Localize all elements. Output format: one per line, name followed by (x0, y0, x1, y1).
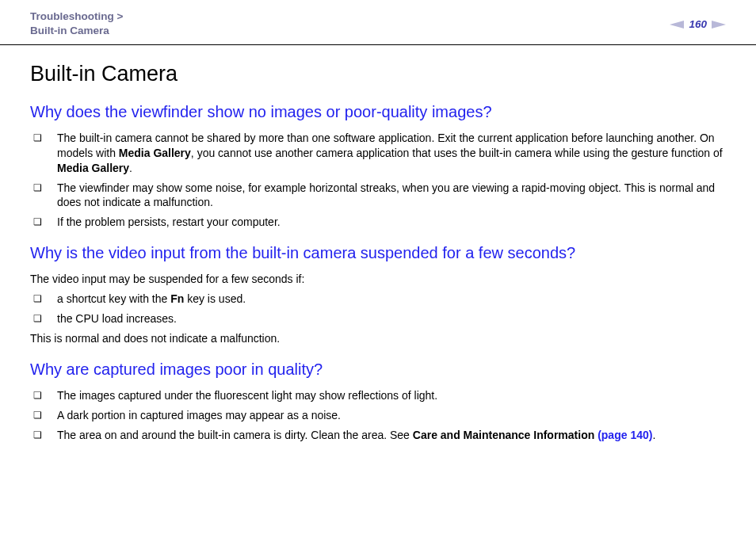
section-heading: Why does the viewfinder show no images o… (30, 101, 726, 123)
svg-marker-0 (670, 21, 684, 29)
list-item: the CPU load increases. (48, 311, 726, 326)
list-item: A dark portion in captured images may ap… (48, 408, 726, 423)
list-item: If the problem persists, restart your co… (48, 215, 726, 230)
bullet-list: a shortcut key with the Fn key is used. … (30, 292, 726, 326)
bullet-list: The images captured under the fluorescen… (30, 388, 726, 443)
list-item: The viewfinder may show some noise, for … (48, 181, 726, 211)
page-header: Troubleshooting > Built-in Camera 160 (0, 0, 756, 45)
list-item: The area on and around the built-in came… (48, 428, 726, 443)
list-item: a shortcut key with the Fn key is used. (48, 292, 726, 307)
breadcrumb: Troubleshooting > Built-in Camera (30, 10, 123, 38)
bullet-list: The built-in camera cannot be shared by … (30, 131, 726, 230)
section-heading: Why are captured images poor in quality? (30, 359, 726, 380)
page-link[interactable]: (page 140) (598, 429, 652, 441)
prev-page-arrow-icon[interactable] (670, 21, 684, 29)
paragraph: This is normal and does not indicate a m… (30, 331, 726, 346)
page-number: 160 (689, 17, 707, 32)
breadcrumb-separator: > (117, 10, 124, 22)
page-title: Built-in Camera (30, 59, 726, 88)
next-page-arrow-icon[interactable] (712, 21, 726, 29)
page-number-nav: 160 (670, 17, 726, 32)
page-content: Built-in Camera Why does the viewfinder … (0, 45, 756, 442)
paragraph: The video input may be suspended for a f… (30, 272, 726, 287)
breadcrumb-page: Built-in Camera (30, 25, 109, 36)
section-heading: Why is the video input from the built-in… (30, 242, 726, 264)
svg-marker-1 (712, 21, 726, 29)
list-item: The built-in camera cannot be shared by … (48, 131, 726, 176)
list-item: The images captured under the fluorescen… (48, 388, 726, 403)
breadcrumb-section: Troubleshooting (30, 10, 114, 22)
